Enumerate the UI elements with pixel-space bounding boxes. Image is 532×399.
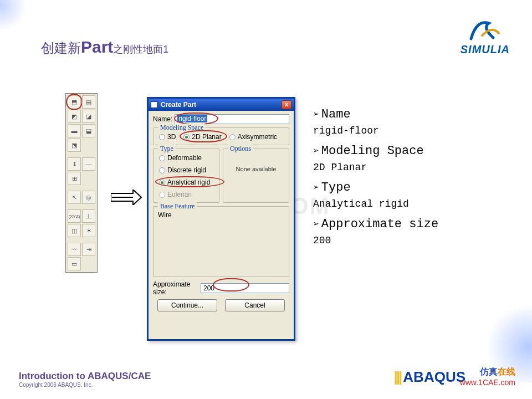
tool-icon[interactable]: ⊥ [82,209,95,223]
slide-footer: Introduction to ABAQUS/CAE Copyright 200… [19,371,151,388]
type-eulerian-radio: Eulerian [158,190,214,199]
tool-icon[interactable]: ◫ [68,224,81,237]
footer-title: Introduction to ABAQUS/CAE [19,371,151,382]
tool-icon[interactable]: ↖ [68,191,81,204]
tool-icon[interactable]: ✶ [82,224,95,237]
cancel-button[interactable]: Cancel [225,299,285,311]
modeling-space-legend: Modeling Space [158,124,206,132]
annot-modeling-space-value: 2D Planar [313,160,438,175]
name-input[interactable]: rigid-floor [175,114,289,124]
annot-approx-heading: Approximate size [313,215,438,233]
annot-name-heading: Name [313,105,438,124]
options-group: Options None available [223,149,289,203]
simulia-text: SIMULIA [461,43,510,56]
arrow-icon [111,190,142,205]
tool-icon[interactable]: ▬ [68,124,81,137]
type-group: Type Deformable Discrete rigid Analytica… [153,149,219,203]
modeling-space-2d-planar-radio[interactable]: 2D Planar [182,132,222,141]
tool-icon[interactable]: ↧ [68,157,81,171]
annot-name-value: rigid-floor [313,124,438,139]
modeling-space-axisymmetric-radio[interactable]: Axisymmetric [228,132,278,141]
tool-icon[interactable]: ⬓ [82,124,95,137]
type-analytical-rigid-radio[interactable]: Analytical rigid [158,178,214,187]
tool-icon[interactable]: ⇥ [82,243,95,256]
source-overlay: 仿真在线 www.1CAE.com [460,366,515,387]
title-post: 之刚性地面1 [113,44,168,55]
dialog-icon [151,101,157,108]
tool-icon[interactable]: ▭ [68,257,81,270]
type-legend: Type [158,145,176,153]
footer-copyright: Copyright 2006 ABAQUS, Inc. [19,382,151,388]
toolbar-separator [68,186,95,190]
toolbar-separator [68,153,95,156]
tool-icon[interactable]: ◪ [82,110,95,123]
toolbar-separator [68,238,95,242]
dialog-title: Create Part [161,101,196,109]
toolbar-separator [68,205,95,208]
create-part-tool-icon[interactable]: ⬒ [68,95,81,109]
xyz-tool-icon[interactable]: (XYZ) [68,209,81,223]
options-text: None available [228,154,284,172]
close-icon[interactable]: × [282,100,291,109]
options-legend: Options [228,145,253,153]
tool-icon[interactable]: 〰 [68,243,81,256]
approx-size-label: Approximate size: [153,280,198,296]
tool-icon[interactable]: ⬔ [68,139,81,152]
name-label: Name: [153,115,172,123]
modeling-space-group: Modeling Space 3D 2D Planar Axisymmetric [153,127,289,145]
base-feature-legend: Base Feature [158,202,197,211]
title-part: Part [81,38,113,56]
title-pre: 创建新 [41,40,81,55]
decorative-flare-top-left [0,0,38,38]
tool-icon[interactable]: ◎ [82,191,95,204]
approx-size-input[interactable] [201,283,289,293]
annot-modeling-space-heading: Modeling Space [313,142,438,160]
modeling-space-3d-radio[interactable]: 3D [158,132,177,141]
annot-type-value: Analytical rigid [313,197,438,212]
annotations: Name rigid-floor Modeling Space 2D Plana… [313,105,438,252]
create-part-dialog: Create Part × Name: rigid-floor Modeling… [147,97,295,341]
tool-icon[interactable]: ⊞ [68,172,81,185]
annot-approx-value: 200 [313,233,438,248]
slide-title: 创建新Part之刚性地面1 [41,38,168,57]
continue-button[interactable]: Continue... [157,299,217,311]
dialog-titlebar[interactable]: Create Part × [149,99,294,111]
annot-type-heading: Type [313,178,438,197]
part-manager-tool-icon[interactable]: ▤ [82,95,95,109]
base-feature-value: Wire [158,211,284,219]
type-deformable-radio[interactable]: Deformable [158,154,214,162]
module-toolbar: ⬒ ▤ ◩ ◪ ▬ ⬓ ⬔ ↧ — ⊞ ↖ ◎ (XYZ) ⊥ ◫ ✶ 〰 ⇥ … [65,93,98,273]
type-discrete-rigid-radio[interactable]: Discrete rigid [158,166,214,175]
base-feature-group: Base Feature Wire [153,206,289,277]
simulia-logo: SIMULIA [461,17,510,56]
tool-icon[interactable]: ◩ [68,110,81,123]
abaqus-logo: |||ABAQUS [394,369,466,386]
tool-icon[interactable]: — [82,157,95,171]
